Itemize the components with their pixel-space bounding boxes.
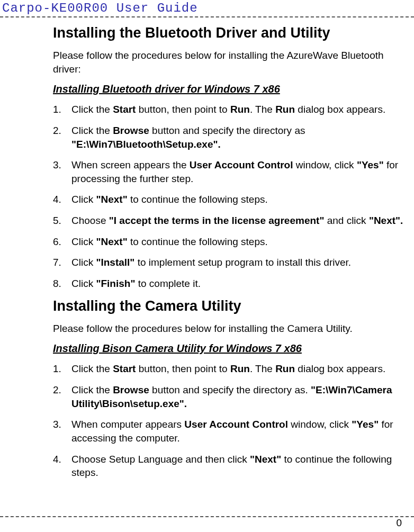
step-text: Click the Start button, then point to Ru… (71, 362, 414, 376)
page-content: Installing the Bluetooth Driver and Util… (0, 25, 414, 480)
step-number: 7. (53, 256, 71, 269)
step-item: 7.Click "Install" to implement setup pro… (53, 256, 414, 269)
step-text: Click the Browse button and specify the … (71, 124, 414, 151)
step-text: When screen appears the User Account Con… (71, 158, 414, 185)
step-number: 3. (53, 158, 71, 185)
section2-intro: Please follow the procedures below for i… (53, 322, 414, 336)
step-number: 5. (53, 214, 71, 228)
page-number: 0 (396, 517, 402, 529)
step-number: 1. (53, 103, 71, 116)
step-item: 3.When computer appears User Account Con… (53, 418, 414, 445)
step-item: 6.Click "Next" to continue the following… (53, 235, 414, 249)
step-item: 3.When screen appears the User Account C… (53, 158, 414, 185)
section1-intro: Please follow the procedures below for i… (53, 49, 414, 76)
step-item: 4.Click "Next" to continue the following… (53, 193, 414, 206)
step-item: 2.Click the Browse button and specify th… (53, 383, 414, 410)
step-text: Click the Browse button and specify the … (71, 383, 414, 410)
step-text: Click "Next" to continue the following s… (71, 235, 414, 249)
step-item: 4.Choose Setup Language and then click "… (53, 453, 414, 480)
section1-heading: Installing the Bluetooth Driver and Util… (53, 25, 414, 41)
step-number: 2. (53, 383, 71, 410)
step-item: 1.Click the Start button, then point to … (53, 103, 414, 116)
step-text: Choose Setup Language and then click "Ne… (71, 453, 414, 480)
step-number: 8. (53, 277, 71, 291)
doc-header: Carpo-KE00R00 User Guide (0, 0, 414, 16)
step-text: Click the Start button, then point to Ru… (71, 103, 414, 116)
step-item: 8.Click "Finish" to complete it. (53, 277, 414, 291)
section1-subheading: Installing Bluetooth driver for Windows … (53, 83, 414, 95)
step-number: 3. (53, 418, 71, 445)
step-number: 2. (53, 124, 71, 151)
section2-subheading: Installing Bison Camera Utility for Wind… (53, 342, 414, 355)
step-number: 4. (53, 193, 71, 206)
step-number: 6. (53, 235, 71, 249)
section2-heading: Installing the Camera Utility (53, 298, 414, 314)
step-text: Click "Finish" to complete it. (71, 277, 414, 291)
step-item: 2.Click the Browse button and specify th… (53, 124, 414, 151)
step-number: 1. (53, 362, 71, 376)
step-item: 5.Choose "I accept the terms in the lice… (53, 214, 414, 228)
step-item: 1.Click the Start button, then point to … (53, 362, 414, 376)
step-text: Choose "I accept the terms in the licens… (71, 214, 414, 228)
step-text: Click "Install" to implement setup progr… (71, 256, 414, 269)
section2-steps: 1.Click the Start button, then point to … (53, 362, 414, 479)
bottom-divider (0, 516, 414, 517)
step-text: When computer appears User Account Contr… (71, 418, 414, 445)
top-divider (0, 16, 414, 17)
section1-steps: 1.Click the Start button, then point to … (53, 103, 414, 290)
step-number: 4. (53, 453, 71, 480)
step-text: Click "Next" to continue the following s… (71, 193, 414, 206)
